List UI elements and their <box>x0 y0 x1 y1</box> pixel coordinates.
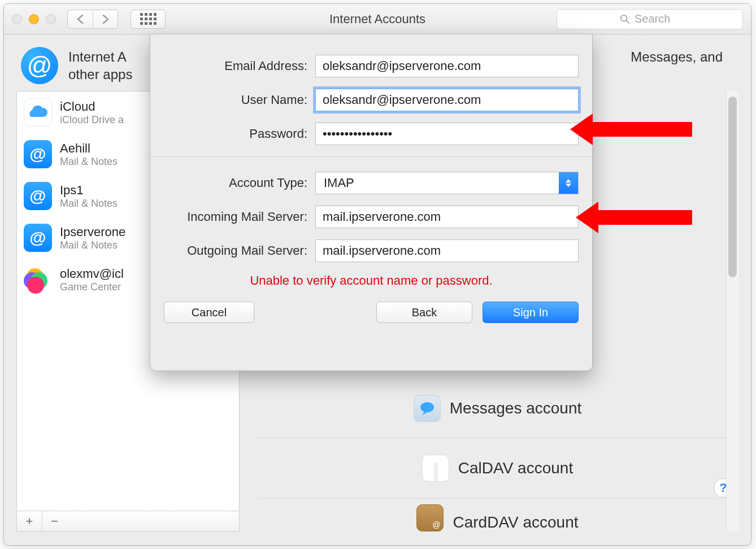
nav-forward-button[interactable] <box>93 10 118 28</box>
signin-button[interactable]: Sign In <box>483 302 579 323</box>
grid-icon <box>140 13 157 25</box>
provider-label: CalDAV account <box>458 459 573 477</box>
username-label: User Name: <box>164 93 315 107</box>
password-label: Password: <box>164 127 315 141</box>
at-icon: @ <box>24 182 52 210</box>
email-field[interactable] <box>315 55 579 77</box>
account-name: Ipserverone <box>60 225 125 239</box>
arrow-head-icon <box>576 202 598 233</box>
cancel-button[interactable]: Cancel <box>164 302 254 323</box>
internet-accounts-icon: @ <box>21 47 58 84</box>
chevron-updown-icon <box>559 172 578 194</box>
nav-back-forward <box>67 10 118 29</box>
account-type-select[interactable]: IMAP <box>315 172 579 194</box>
account-sub: Mail & Notes <box>60 239 125 251</box>
divider <box>150 156 592 157</box>
account-sub: Mail & Notes <box>60 156 118 168</box>
password-field[interactable] <box>315 123 579 145</box>
at-icon: @ <box>24 224 52 252</box>
scrollbar-thumb[interactable] <box>728 97 737 277</box>
error-message: Unable to verify account name or passwor… <box>164 273 579 288</box>
remove-account-button[interactable]: − <box>42 511 67 531</box>
incoming-label: Incoming Mail Server: <box>164 210 315 224</box>
search-input[interactable] <box>635 12 680 25</box>
search-field-wrap[interactable] <box>557 9 743 29</box>
annotation-arrow-1 <box>570 114 692 145</box>
arrow-shaft <box>593 122 692 137</box>
contacts-icon: @ <box>416 504 444 531</box>
account-type-label: Account Type: <box>164 176 315 190</box>
minimize-window-button[interactable] <box>29 14 39 24</box>
arrow-head-icon <box>570 114 593 145</box>
icloud-icon <box>24 98 52 127</box>
add-account-sheet: Email Address: User Name: Password: Acco… <box>150 34 593 371</box>
back-button[interactable]: Back <box>376 302 472 323</box>
calendar-icon <box>422 455 449 482</box>
annotation-arrow-2 <box>576 202 692 233</box>
email-label: Email Address: <box>164 59 315 73</box>
add-account-button[interactable]: + <box>17 511 42 531</box>
outgoing-label: Outgoing Mail Server: <box>164 243 315 258</box>
traffic-lights <box>12 14 56 24</box>
account-type-value: IMAP <box>316 176 559 190</box>
account-sub: iCloud Drive a <box>60 114 124 126</box>
show-all-button[interactable] <box>131 10 166 29</box>
zoom-window-button[interactable] <box>46 14 56 24</box>
at-icon: @ <box>24 140 52 168</box>
search-icon <box>620 14 630 24</box>
scrollbar-track[interactable] <box>726 91 738 531</box>
account-name: olexmv@icl <box>60 267 124 281</box>
arrow-shaft <box>598 210 692 225</box>
nav-back-button[interactable] <box>68 10 93 28</box>
svg-point-2 <box>420 402 434 412</box>
messages-icon <box>414 395 441 422</box>
account-name: Ips1 <box>60 183 118 198</box>
provider-caldav[interactable]: CalDAV account <box>257 438 738 498</box>
preferences-window: Internet Accounts @ Internet A Messages,… <box>3 3 751 546</box>
account-sub: Game Center <box>60 281 124 293</box>
provider-messages[interactable]: Messages account <box>257 378 738 438</box>
account-name: iCloud <box>60 99 124 114</box>
gamecenter-icon <box>24 265 52 294</box>
account-sub: Mail & Notes <box>60 198 118 210</box>
svg-point-0 <box>621 15 627 21</box>
close-window-button[interactable] <box>12 14 22 24</box>
provider-carddav[interactable]: @ CardDAV account <box>257 499 738 531</box>
provider-label: Messages account <box>450 399 581 417</box>
add-remove-buttons: + − <box>16 511 240 531</box>
username-field[interactable] <box>315 89 579 111</box>
svg-line-1 <box>627 20 629 23</box>
account-name: Aehill <box>60 141 118 156</box>
provider-label: CardDAV account <box>453 513 578 531</box>
incoming-server-field[interactable] <box>315 206 579 228</box>
sheet-button-row: Cancel Back Sign In <box>164 299 579 323</box>
titlebar: Internet Accounts <box>4 4 751 34</box>
outgoing-server-field[interactable] <box>315 239 579 262</box>
